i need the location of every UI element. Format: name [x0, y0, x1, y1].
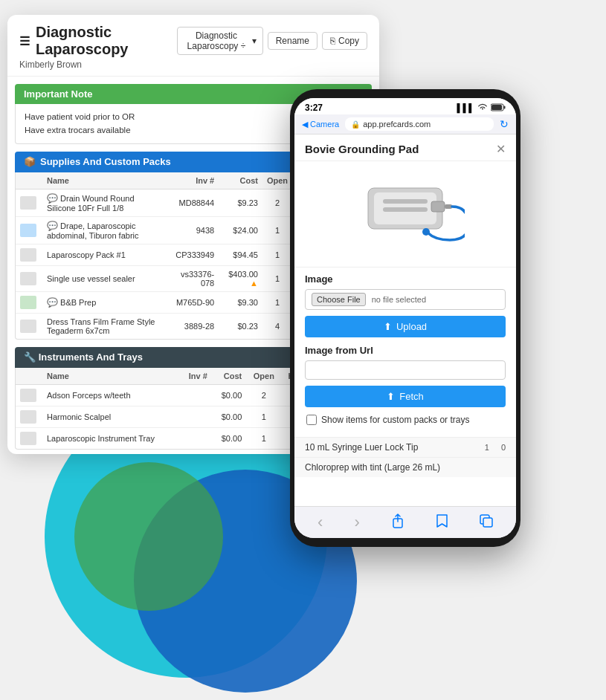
inst-col-inv: Inv # [179, 368, 212, 385]
warning-icon: ▲ [250, 279, 258, 288]
supply-cost: $0.23 [219, 313, 262, 339]
col-open: Open [262, 172, 292, 189]
supply-inv: M765D-90 [167, 291, 219, 313]
instruments-title: 🔧 Instruments And Trays [24, 351, 143, 363]
fetch-button[interactable]: ⬆ Fetch [305, 386, 506, 407]
instrument-cost: $0.00 [212, 427, 246, 449]
browser-bar: ◀ Camera 🔒 app.prefcards.com ↻ [294, 114, 516, 135]
instrument-inv [179, 384, 212, 406]
mobile-phone: 3:27 ▌▌▌ [290, 89, 520, 547]
patient-name: Kimberly Brown [19, 59, 367, 70]
supply-thumb [16, 313, 42, 339]
url-text: app.prefcards.com [363, 120, 431, 129]
bottom-list-item-1: 10 mL Syringe Luer Lock Tip 1 0 [294, 437, 516, 457]
rename-button[interactable]: Rename [268, 32, 317, 50]
inst-col-cost: Cost [212, 368, 246, 385]
svg-point-9 [422, 228, 430, 236]
nav-forward-icon[interactable]: › [354, 513, 359, 532]
nav-bookmark-icon[interactable] [436, 513, 448, 532]
supply-inv: CP333949 [167, 244, 219, 265]
bottom-item-name-2: Chloroprep with tint (Large 26 mL) [305, 462, 440, 473]
back-label: Camera [310, 120, 339, 129]
url-bar[interactable]: 🔒 app.prefcards.com [345, 117, 494, 131]
supply-cost: $24.00 [219, 216, 262, 244]
instruments-icon: 🔧 [24, 351, 36, 363]
copy-icon: ⎘ [330, 36, 335, 46]
chat-icon: 💬 [47, 297, 58, 308]
status-bar: 3:27 ▌▌▌ [294, 98, 516, 114]
close-icon[interactable]: ✕ [496, 142, 506, 156]
supply-name: 💬 Drain Wound Round Silicone 10Fr Full 1… [42, 189, 167, 216]
supply-open: 1 [262, 244, 292, 265]
safari-nav: ‹ › [294, 506, 516, 538]
col-thumb [16, 172, 42, 189]
instrument-open: 2 [246, 384, 281, 406]
inst-col-name: Name [42, 368, 179, 385]
instrument-thumb [16, 406, 42, 427]
supply-name: Single use vessel sealer [42, 265, 167, 291]
chevron-down-icon: ▾ [252, 36, 257, 46]
wifi-icon [477, 103, 488, 112]
procedure-dropdown[interactable]: Diagnostic Laparoscopy ÷ ▾ [177, 27, 262, 55]
instrument-name: Laparoscopic Instrument Tray [42, 427, 179, 449]
supply-open: 1 [262, 291, 292, 313]
bottom-item-name-1: 10 mL Syringe Luer Lock Tip [305, 442, 418, 453]
product-image [346, 173, 465, 255]
supply-open: 2 [262, 189, 292, 216]
file-input-row: Choose File no file selected [305, 289, 506, 310]
upload-icon: ⬆ [384, 321, 392, 332]
instrument-open: 1 [246, 427, 281, 449]
svg-rect-12 [483, 518, 492, 527]
copy-button[interactable]: ⎘ Copy [322, 32, 367, 50]
supply-open: 1 [262, 265, 292, 291]
lock-icon: 🔒 [351, 120, 360, 129]
desktop-card-header: ☰ Diagnostic Laparoscopy Diagnostic Lapa… [7, 15, 379, 77]
instrument-cost: $0.00 [212, 384, 246, 406]
supply-thumb [16, 265, 42, 291]
svg-rect-2 [504, 106, 506, 108]
bottom-item-open-1: 1 [485, 443, 489, 452]
inst-col-open: Open [246, 368, 281, 385]
col-inv: Inv # [167, 172, 219, 189]
hamburger-icon: ☰ [19, 34, 30, 48]
supply-inv: 3889-28 [167, 313, 219, 339]
url-input[interactable] [305, 360, 506, 380]
back-button[interactable]: ◀ Camera [302, 120, 339, 129]
nav-tabs-icon[interactable] [480, 514, 493, 531]
image-section-title: Image [305, 273, 506, 285]
reload-icon[interactable]: ↻ [500, 118, 509, 130]
col-cost: Cost [219, 172, 262, 189]
instrument-name: Adson Forceps w/teeth [42, 384, 179, 406]
supply-thumb [16, 216, 42, 244]
supply-name: Laparoscopy Pack #1 [42, 244, 167, 265]
choose-file-button[interactable]: Choose File [312, 293, 366, 306]
svg-rect-7 [431, 201, 445, 212]
status-time: 3:27 [305, 103, 323, 113]
custom-packs-checkbox[interactable] [306, 415, 317, 425]
instrument-name: Harmonic Scalpel [42, 406, 179, 427]
svg-rect-5 [383, 199, 428, 204]
instrument-thumb [16, 427, 42, 449]
instrument-open: 1 [246, 406, 281, 427]
fetch-icon: ⬆ [387, 391, 395, 402]
instrument-thumb [16, 384, 42, 406]
inst-col-thumb [16, 368, 42, 385]
svg-rect-1 [491, 105, 502, 110]
supply-cost: $9.30 [219, 291, 262, 313]
supply-name: 💬 Drape, Laparoscopic abdominal, Tiburon… [42, 216, 167, 244]
url-section-title: Image from Url [305, 345, 506, 356]
no-file-text: no file selected [372, 295, 426, 304]
supply-inv: 9438 [167, 216, 219, 244]
upload-button[interactable]: ⬆ Upload [305, 316, 506, 337]
modal-header: Bovie Grounding Pad ✕ [294, 135, 516, 161]
supply-inv: vs33376-078 [167, 265, 219, 291]
image-section: Image Choose File no file selected ⬆ Upl… [294, 267, 516, 437]
nav-back-icon[interactable]: ‹ [317, 513, 323, 532]
bg-circle-green [74, 462, 223, 611]
supply-inv: MD88844 [167, 189, 219, 216]
supplies-title: 📦 Supplies And Custom Packs [24, 156, 171, 167]
nav-share-icon[interactable] [391, 513, 404, 532]
supply-name: Dress Trans Film Frame Style Tegaderm 6x… [42, 313, 167, 339]
col-name: Name [42, 172, 167, 189]
instrument-inv [179, 406, 212, 427]
